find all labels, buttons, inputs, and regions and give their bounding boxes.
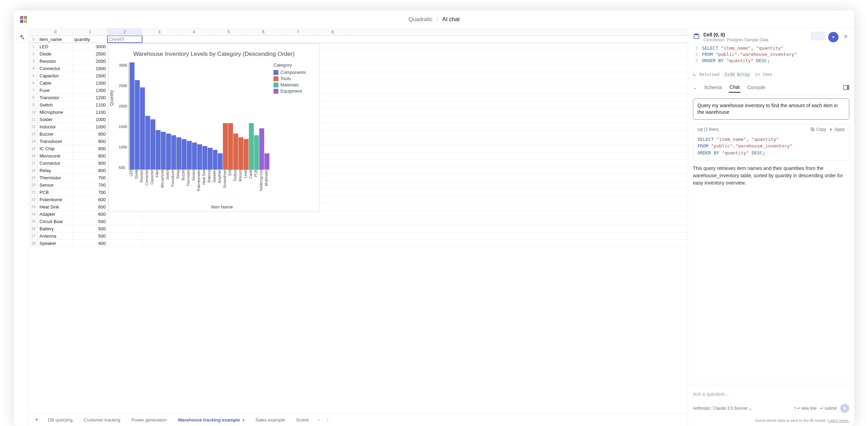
- column-header[interactable]: 5: [211, 28, 246, 35]
- legend-item[interactable]: Materials: [274, 82, 315, 87]
- sheet-tab[interactable]: Customer tracking: [79, 415, 125, 425]
- cell[interactable]: Capacitor: [38, 72, 73, 79]
- tab-console[interactable]: Console: [747, 83, 766, 92]
- cell[interactable]: quantity: [73, 36, 107, 43]
- cell[interactable]: Transducer: [38, 138, 73, 145]
- cell[interactable]: 2000: [73, 58, 107, 65]
- cell[interactable]: 600: [73, 211, 107, 218]
- cell[interactable]: 1300: [73, 79, 107, 86]
- column-header[interactable]: 6: [246, 28, 281, 35]
- cell[interactable]: Connector: [38, 65, 73, 72]
- row-header[interactable]: 11: [29, 116, 38, 123]
- chart-bar[interactable]: [233, 134, 238, 169]
- cell[interactable]: 800: [73, 167, 107, 174]
- tabs-next[interactable]: ›: [324, 417, 331, 423]
- chart-bar[interactable]: [223, 123, 228, 169]
- sheet-tab[interactable]: Sales example: [251, 415, 290, 425]
- chart-bar[interactable]: [213, 150, 218, 169]
- cell[interactable]: PCB: [38, 189, 73, 196]
- cell[interactable]: Microphone: [38, 109, 73, 116]
- copy-button[interactable]: Copy: [810, 127, 826, 132]
- row-header[interactable]: 10: [29, 109, 38, 116]
- cell[interactable]: 1300: [73, 87, 107, 94]
- row-header[interactable]: 21: [29, 189, 38, 196]
- model-selector[interactable]: Anthropic: Claude 3.5 Sonnet ⌄: [693, 406, 752, 411]
- cell[interactable]: Buzzer: [38, 130, 73, 137]
- tab-chat[interactable]: Chat: [729, 82, 740, 93]
- cell[interactable]: 3000: [73, 43, 107, 50]
- cell[interactable]: Antenna: [38, 232, 73, 239]
- chat-input[interactable]: Ask a question...: [693, 388, 849, 404]
- row-header[interactable]: 7: [29, 87, 38, 94]
- row-header[interactable]: 20: [29, 181, 38, 188]
- add-sheet-button[interactable]: +: [32, 415, 42, 425]
- chart-bar[interactable]: [140, 87, 145, 169]
- chart-bar[interactable]: [156, 130, 160, 169]
- row-header[interactable]: 17: [29, 160, 38, 167]
- row-header[interactable]: 3: [29, 58, 38, 65]
- chart-bar[interactable]: [259, 128, 264, 169]
- cell[interactable]: 1100: [73, 101, 107, 108]
- chart-bar[interactable]: [264, 153, 269, 169]
- cell[interactable]: Potentiome: [38, 196, 73, 203]
- cell[interactable]: Fuse: [38, 87, 73, 94]
- cell[interactable]: 1000: [73, 116, 107, 123]
- cell[interactable]: 700: [73, 189, 107, 196]
- cell-selected[interactable]: CHART: [107, 36, 142, 43]
- chart-bar[interactable]: [228, 123, 233, 169]
- cell[interactable]: 700: [73, 181, 107, 188]
- tab-schema[interactable]: Schema: [703, 83, 722, 92]
- row-header[interactable]: 12: [29, 123, 38, 130]
- cell[interactable]: Cable: [38, 79, 73, 86]
- legend-item[interactable]: Equipment: [274, 88, 315, 94]
- cell[interactable]: Inductor: [38, 123, 73, 130]
- cell[interactable]: 500: [73, 232, 107, 239]
- row-header[interactable]: 22: [29, 196, 38, 203]
- row-header[interactable]: 8: [29, 94, 38, 101]
- run-button[interactable]: [828, 32, 839, 42]
- cell[interactable]: item_name: [38, 36, 73, 43]
- column-header[interactable]: 7: [281, 28, 315, 35]
- row-header[interactable]: 25: [29, 218, 38, 225]
- chart-bar[interactable]: [202, 146, 207, 169]
- cell[interactable]: Microcontr: [38, 152, 73, 159]
- ai-sparkle-button[interactable]: [16, 32, 27, 42]
- column-header[interactable]: 8: [315, 28, 350, 35]
- app-logo[interactable]: [20, 16, 27, 23]
- legend-item[interactable]: Tools: [274, 76, 315, 81]
- row-header[interactable]: 6: [29, 79, 38, 86]
- preview-thumbnail[interactable]: [811, 32, 825, 40]
- chart-bar[interactable]: [254, 135, 259, 169]
- apply-button[interactable]: Apply: [829, 127, 845, 132]
- cell[interactable]: 1500: [73, 72, 107, 79]
- column-header[interactable]: 3: [142, 28, 177, 35]
- chart-bar[interactable]: [249, 123, 254, 169]
- cell[interactable]: 400: [73, 240, 107, 247]
- row-header[interactable]: 2: [29, 50, 38, 57]
- chart-bar[interactable]: [238, 137, 243, 169]
- cell[interactable]: Sensor: [38, 181, 73, 188]
- cell[interactable]: Solder: [38, 116, 73, 123]
- chart-bar[interactable]: [244, 139, 249, 169]
- row-header[interactable]: 24: [29, 211, 38, 218]
- row-header[interactable]: 5: [29, 72, 38, 79]
- cell[interactable]: Thermistor: [38, 174, 73, 181]
- chart-bar[interactable]: [161, 132, 166, 169]
- tabs-prev[interactable]: ‹: [315, 417, 322, 423]
- cell[interactable]: 900: [73, 130, 107, 137]
- column-header[interactable]: 2: [107, 28, 142, 35]
- sheet-tab[interactable]: DB querying: [43, 415, 78, 425]
- collapse-icon[interactable]: ⌄: [693, 85, 697, 90]
- column-header[interactable]: 1: [73, 28, 107, 35]
- breadcrumb-app[interactable]: Quadratic: [408, 16, 432, 22]
- cell[interactable]: Circuit Boar: [38, 218, 73, 225]
- row-header[interactable]: 18: [29, 167, 38, 174]
- chart-bar[interactable]: [208, 148, 212, 169]
- sheet-tab[interactable]: Scient: [291, 415, 313, 425]
- cell[interactable]: 500: [73, 225, 107, 232]
- send-button[interactable]: [840, 404, 849, 413]
- row-header[interactable]: 9: [29, 101, 38, 108]
- chart-bar[interactable]: [176, 137, 181, 169]
- cell[interactable]: Battery: [38, 225, 73, 232]
- row-header[interactable]: 14: [29, 138, 38, 145]
